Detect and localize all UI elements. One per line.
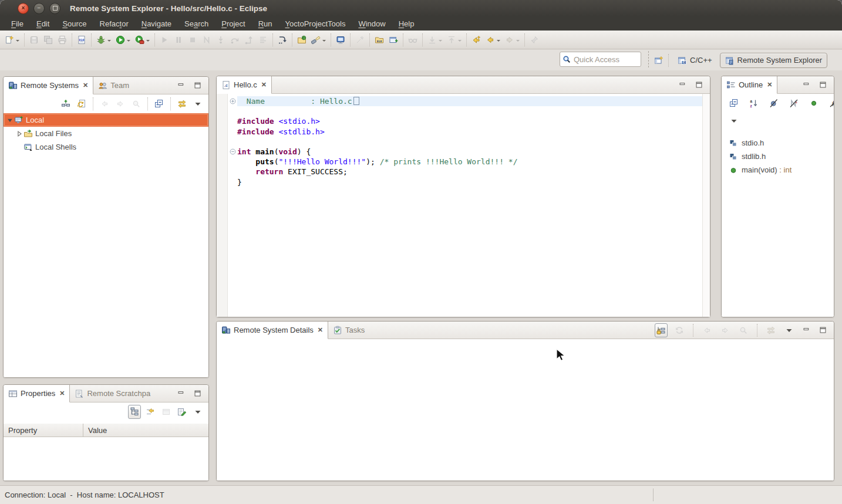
tab-remote-systems[interactable]: Remote Systems✕ (4, 77, 93, 94)
perspective-c-c-[interactable]: CC/C++ (672, 53, 718, 68)
outline-item-main-void-[interactable]: main(void) : int (722, 163, 834, 177)
code-line[interactable]: } (228, 177, 702, 187)
new-binary-button[interactable]: 010 (75, 33, 88, 47)
outline-item-stdlib-h[interactable]: stdlib.h (722, 150, 834, 163)
minimize-view-button[interactable] (176, 79, 187, 93)
menu-project[interactable]: Project (215, 18, 251, 29)
collapse-all-button[interactable] (153, 97, 166, 111)
fold-minus-icon[interactable] (228, 147, 237, 157)
dropdown-arrow-icon[interactable] (127, 40, 130, 43)
column-header-property[interactable]: Property (4, 424, 83, 437)
tab-remote-scratchpa[interactable]: Remote Scratchpa (70, 385, 155, 402)
code-line[interactable]: Name : Hello.c (228, 96, 702, 106)
column-header-value[interactable]: Value (83, 426, 107, 435)
code-line[interactable]: int main(void) { (228, 147, 702, 157)
new-property-button[interactable] (176, 405, 188, 419)
menu-edit[interactable]: Edit (30, 18, 56, 29)
code-line[interactable] (228, 137, 702, 147)
dropdown-arrow-icon[interactable] (458, 40, 462, 43)
debug-button[interactable] (95, 33, 113, 47)
code-line[interactable]: puts("!!!Hello World!!!"); /* prints !!!… (228, 157, 702, 167)
window-minimize-button[interactable]: − (33, 3, 45, 14)
menu-refactor[interactable]: Refactor (93, 18, 135, 29)
lock-subsystems-button[interactable] (655, 323, 668, 337)
tab-properties[interactable]: Properties✕ (4, 385, 70, 402)
dropdown-arrow-icon[interactable] (516, 40, 520, 43)
maximize-view-button[interactable] (192, 387, 203, 401)
tab-close-icon[interactable]: ✕ (318, 326, 323, 334)
tab-close-icon[interactable]: ✕ (767, 81, 772, 89)
dropdown-arrow-icon[interactable] (497, 40, 500, 43)
tree-twisty-icon[interactable] (6, 117, 14, 124)
tab-hello-c[interactable]: .cHello.c✕ (217, 76, 272, 94)
code-line[interactable]: #include <stdlib.h> (228, 127, 702, 137)
maximize-view-button[interactable] (192, 79, 203, 93)
menu-run[interactable]: Run (252, 18, 279, 29)
hide-static-members-button[interactable]: s (787, 96, 800, 110)
minimize-view-button[interactable] (176, 387, 187, 401)
code-line[interactable] (228, 106, 702, 116)
menu-search[interactable]: Search (178, 18, 215, 29)
view-menu-button[interactable] (191, 405, 204, 419)
window-titlebar[interactable]: × − Remote System Explorer - Hello/src/H… (0, 0, 842, 16)
maximize-view-button[interactable] (693, 78, 705, 92)
menu-yoctoprojecttools[interactable]: YoctoProjectTools (279, 18, 352, 29)
menu-help[interactable]: Help (392, 18, 421, 29)
dropdown-arrow-icon[interactable] (322, 40, 326, 43)
open-console-button[interactable] (334, 33, 347, 47)
window-maximize-button[interactable] (49, 3, 60, 14)
tree-item-local-shells[interactable]: Local Shells (4, 140, 208, 154)
code-line[interactable]: #include <stdio.h> (228, 116, 702, 126)
tab-tasks[interactable]: Tasks (328, 322, 369, 339)
perspective-remote-system-explorer[interactable]: Remote System Explorer (720, 53, 828, 68)
view-menu-button[interactable] (728, 114, 740, 128)
tab-remote-system-details[interactable]: Remote System Details✕ (217, 322, 328, 339)
quick-access-input[interactable] (572, 55, 634, 65)
menu-navigate[interactable]: Navigate (135, 18, 178, 29)
maximize-view-button[interactable] (817, 78, 828, 92)
new-button[interactable] (3, 33, 21, 47)
code-editor[interactable]: Name : Hello.c#include <stdio.h>#include… (217, 94, 710, 317)
code-area[interactable]: Name : Hello.c#include <stdio.h>#include… (228, 94, 702, 317)
view-menu-button[interactable] (191, 97, 204, 111)
collapsed-region-indicator[interactable] (353, 97, 359, 105)
code-line[interactable]: return EXIT_SUCCESS; (228, 167, 702, 177)
dropdown-arrow-icon[interactable] (439, 40, 442, 43)
last-edit-location-button[interactable] (470, 33, 483, 47)
minimize-view-button[interactable] (801, 78, 812, 92)
fold-plus-icon[interactable] (228, 96, 237, 106)
open-perspective-button[interactable] (653, 55, 665, 66)
tree-item-local-files[interactable]: Local Files (4, 127, 208, 140)
tree-twisty-icon[interactable] (15, 130, 23, 137)
tab-close-icon[interactable]: ✕ (83, 82, 88, 89)
new-connection-button[interactable] (59, 97, 72, 111)
minimize-view-button[interactable] (801, 323, 812, 337)
view-menu-button[interactable] (783, 323, 796, 337)
hide-fields-button[interactable] (767, 96, 780, 110)
dropdown-arrow-icon[interactable] (16, 40, 19, 43)
search-button[interactable] (309, 33, 328, 47)
back-history-button[interactable] (484, 33, 502, 47)
tab-outline[interactable]: Outline✕ (722, 76, 777, 94)
open-element-button[interactable] (295, 33, 308, 47)
menu-window[interactable]: Window (352, 18, 392, 29)
tab-close-icon[interactable]: ✕ (59, 390, 65, 397)
maximize-view-button[interactable] (817, 323, 828, 337)
show-tree-mode-button[interactable] (128, 405, 141, 419)
tab-team[interactable]: Team (93, 77, 134, 94)
hide-non-public-members-button[interactable] (807, 96, 820, 110)
run-external-tools-button[interactable] (133, 33, 151, 47)
menu-file[interactable]: File (5, 18, 30, 29)
hide-inactive-elements-button[interactable]: # (827, 96, 834, 110)
dropdown-arrow-icon[interactable] (107, 40, 111, 43)
refresh-button[interactable] (75, 97, 88, 111)
dropdown-arrow-icon[interactable] (146, 40, 150, 43)
show-categories-button[interactable] (144, 405, 157, 419)
minimize-view-button[interactable] (677, 78, 688, 92)
switch-profile-button[interactable] (176, 97, 188, 111)
menu-source[interactable]: Source (56, 18, 93, 29)
new-view-button[interactable] (387, 33, 400, 47)
sort-button[interactable]: az (747, 96, 760, 110)
run-button[interactable] (114, 33, 132, 47)
outline-item-stdio-h[interactable]: stdio.h (722, 136, 834, 150)
